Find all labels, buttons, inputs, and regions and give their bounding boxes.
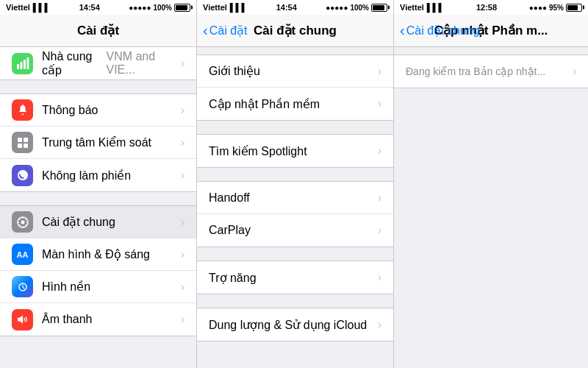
handoff-label: Handoff [209, 191, 250, 205]
display-chevron: › [181, 248, 184, 261]
carrier-2: Viettel [203, 3, 227, 12]
battery-label-1: 100% [153, 4, 172, 12]
list-item-sounds[interactable]: Âm thanh › [0, 303, 196, 336]
back-chevron-3: ‹ [400, 23, 405, 38]
list-item-control-center[interactable]: Trung tâm Kiểm soát › [0, 127, 196, 159]
provider-chevron: › [181, 57, 184, 70]
svg-point-10 [21, 220, 24, 224]
group-2-1: Giới thiệu › Cập nhật Phần mềm › [197, 54, 393, 121]
status-bar-3: Viettel ▌▌▌ 12:58 ●●●● 95% [394, 0, 588, 15]
sep-top-2 [197, 47, 393, 54]
storage-chevron: › [378, 318, 381, 331]
list-item-software-update[interactable]: Cập nhật Phần mềm › [197, 88, 393, 120]
back-chevron-2: ‹ [203, 23, 208, 38]
notifications-icon [12, 99, 33, 121]
nav-bar-3: ‹ Cài đặt chung Cập nhật Phần m... [394, 15, 588, 47]
notifications-label: Thông báo [42, 104, 98, 117]
storage-label: Dung lượng & Sử dụng iCloud [209, 318, 367, 332]
sep-2-1 [197, 121, 393, 134]
battery-icon-3 [566, 4, 582, 12]
control-center-content: Trung tâm Kiểm soát › [42, 135, 184, 149]
sep-2-2 [197, 168, 393, 181]
group-2-2: Tìm kiếm Spotlight › [197, 134, 393, 168]
group-2: Thông báo › Trung tâm Kiểm soát › Khôn [0, 93, 196, 192]
notifications-content: Thông báo › [42, 104, 184, 117]
spotlight-chevron: › [378, 144, 381, 158]
carplay-label: CarPlay [209, 224, 251, 237]
panel-update: Viettel ▌▌▌ 12:58 ●●●● 95% ‹ Cài đặt chu… [394, 0, 588, 368]
status-bar-2: Viettel ▌▌▌ 14:54 ●●●●● 100% [197, 0, 393, 15]
list-item-storage[interactable]: Dung lượng & Sử dụng iCloud › [197, 308, 393, 341]
sep-top-3 [394, 47, 588, 54]
display-content: Màn hình & Độ sáng › [42, 247, 184, 261]
status-right-1: ●●●●● 100% [129, 4, 190, 12]
sep-2-4 [197, 294, 393, 308]
list-item-provider[interactable]: Nhà cung cấp VNM and VIE... › [0, 47, 196, 79]
storage-content: Dung lượng & Sử dụng iCloud › [209, 318, 381, 332]
wallpaper-label: Hình nền [42, 280, 90, 294]
list-item-do-not-disturb[interactable]: Không làm phiền › [0, 159, 196, 191]
do-not-disturb-icon [12, 165, 33, 186]
spotlight-content: Tìm kiếm Spotlight › [209, 144, 381, 158]
back-button-2[interactable]: ‹ Cài đặt [203, 24, 247, 38]
checking-group: Đang kiểm tra Bản cập nhật... › [394, 54, 588, 88]
time-3: 12:58 [476, 3, 497, 12]
list-item-notifications[interactable]: Thông báo › [0, 94, 196, 127]
status-bar-1: Viettel ▌▌▌ 14:54 ●●●●● 100% [0, 0, 196, 15]
group-2-3: Handoff › CarPlay › [197, 181, 393, 247]
svg-rect-5 [18, 138, 22, 142]
svg-rect-6 [24, 138, 28, 142]
software-update-chevron: › [378, 97, 381, 110]
status-left-1: Viettel ▌▌▌ [6, 3, 50, 12]
back-button-3[interactable]: ‹ Cài đặt chung [400, 24, 480, 38]
group-3: Cài đặt chung › AA Màn hình & Độ sáng › … [0, 205, 196, 336]
list-item-accessibility[interactable]: Trợ năng › [197, 261, 393, 294]
settings-list-2[interactable]: Giới thiệu › Cập nhật Phần mềm › Tìm kiế… [197, 47, 393, 368]
do-not-disturb-content: Không làm phiền › [42, 169, 184, 183]
nav-title-2: Cài đặt chung [254, 23, 337, 38]
signal-icon-2: ▌▌▌ [230, 3, 247, 12]
list-item-general[interactable]: Cài đặt chung › [0, 206, 196, 238]
group-provider: Nhà cung cấp VNM and VIE... › [0, 47, 196, 80]
svg-rect-7 [18, 144, 22, 148]
list-item-handoff[interactable]: Handoff › [197, 182, 393, 214]
settings-list-1[interactable]: Nhà cung cấp VNM and VIE... › Thông báo … [0, 47, 196, 368]
panel-settings: Viettel ▌▌▌ 14:54 ●●●●● 100% Cài đặt Nhà… [0, 0, 197, 368]
svg-rect-8 [24, 144, 28, 148]
provider-right: VNM and VIE... › [106, 50, 184, 77]
general-content: Cài đặt chung › [42, 215, 184, 229]
update-content: Đang kiểm tra Bản cập nhật... › [394, 47, 588, 368]
battery-icon-1 [174, 4, 190, 12]
provider-icon [12, 53, 33, 74]
provider-label: Nhà cung cấp [42, 50, 106, 77]
nav-title-1: Cài đặt [77, 23, 119, 38]
display-icon: AA [12, 244, 33, 265]
spotlight-label: Tìm kiếm Spotlight [209, 144, 307, 158]
list-item-display[interactable]: AA Màn hình & Độ sáng › [0, 238, 196, 271]
provider-value: VNM and VIE... [106, 50, 176, 77]
wifi-icon-3: ●●●● [529, 4, 547, 12]
checking-content: Đang kiểm tra Bản cập nhật... › [406, 65, 576, 78]
signal-icon: ▌▌▌ [33, 3, 50, 12]
list-item-carplay[interactable]: CarPlay › [197, 214, 393, 247]
svg-rect-2 [24, 60, 26, 69]
software-update-label: Cập nhật Phần mềm [209, 97, 320, 111]
sep-1 [0, 80, 196, 93]
signal-icon-3: ▌▌▌ [427, 3, 444, 12]
back-label-3: Cài đặt chung [406, 24, 480, 38]
sounds-chevron: › [181, 313, 184, 326]
back-label-2: Cài đặt [209, 24, 248, 38]
battery-icon-2 [371, 4, 387, 12]
checking-label: Đang kiểm tra Bản cập nhật... [406, 66, 545, 77]
wallpaper-chevron: › [181, 280, 184, 294]
sep-3 [0, 336, 196, 350]
wifi-icon: ●●●●● [129, 4, 151, 12]
group-2-4: Trợ năng › [197, 261, 393, 294]
list-item-wallpaper[interactable]: Hình nền › [0, 271, 196, 303]
svg-rect-1 [20, 62, 22, 69]
list-item-about[interactable]: Giới thiệu › [197, 55, 393, 88]
wifi-icon-2: ●●●●● [326, 4, 348, 12]
list-item-spotlight[interactable]: Tìm kiếm Spotlight › [197, 135, 393, 167]
sep-2-5 [197, 342, 393, 355]
time-2: 14:54 [276, 3, 297, 12]
